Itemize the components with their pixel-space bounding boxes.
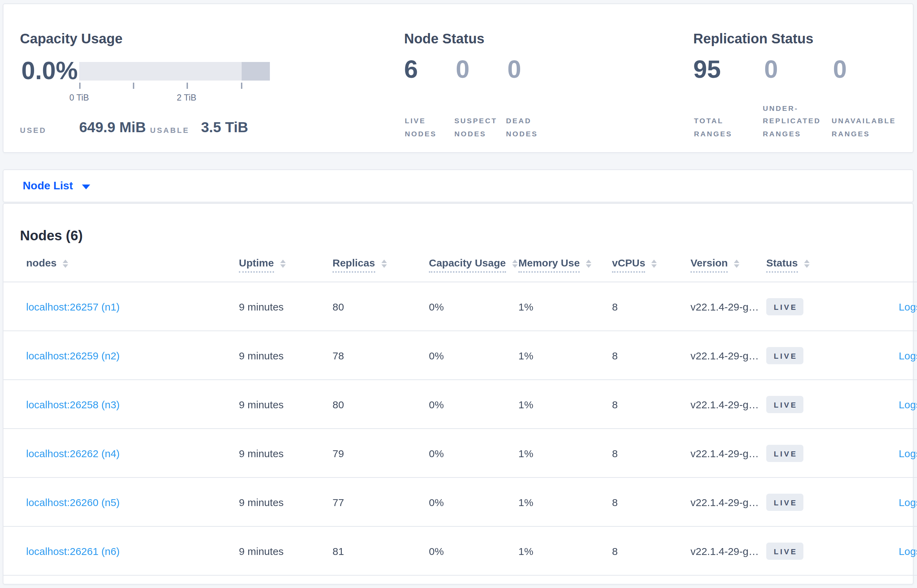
status-badge: LIVE bbox=[766, 298, 804, 315]
node-link[interactable]: localhost:26259 (n2) bbox=[26, 349, 120, 361]
column-header-label: Uptime bbox=[239, 257, 274, 273]
node-link[interactable]: localhost:26257 (n1) bbox=[26, 300, 120, 312]
version-cell: v22.1.4-29-g… bbox=[691, 331, 766, 380]
logs-link[interactable]: Logs bbox=[899, 545, 917, 557]
logs-cell: Logs bbox=[845, 331, 917, 380]
sort-icon[interactable] bbox=[381, 260, 387, 268]
sort-icon[interactable] bbox=[512, 260, 517, 268]
logs-cell: Logs bbox=[845, 478, 917, 527]
logs-cell: Logs bbox=[845, 282, 917, 331]
logs-link[interactable]: Logs bbox=[899, 496, 917, 508]
total-ranges-label: TOTAL RANGES bbox=[694, 114, 747, 140]
table-header-row: nodesUptimeReplicasCapacity UsageMemory … bbox=[3, 248, 917, 282]
logs-link[interactable]: Logs bbox=[899, 447, 917, 459]
nodes-table-title: Nodes (6) bbox=[20, 228, 82, 243]
column-header-label: Status bbox=[766, 257, 798, 273]
logs-cell: Logs bbox=[845, 380, 917, 429]
table-row: localhost:26257 (n1)9 minutes800%1%8v22.… bbox=[3, 282, 917, 331]
logs-cell: Logs bbox=[845, 429, 917, 478]
node-cell: localhost:26258 (n3) bbox=[3, 380, 239, 429]
sort-icon[interactable] bbox=[734, 260, 739, 268]
capacity-usage-bar bbox=[79, 62, 270, 81]
table-row: localhost:26258 (n3)9 minutes800%1%8v22.… bbox=[3, 380, 917, 429]
sort-icon[interactable] bbox=[804, 260, 810, 268]
total-ranges-count: 95 bbox=[693, 57, 721, 82]
column-header-memory-use[interactable]: Memory Use bbox=[518, 248, 612, 282]
version-cell: v22.1.4-29-g… bbox=[691, 429, 766, 478]
status-badge: LIVE bbox=[766, 396, 804, 413]
sort-icon[interactable] bbox=[586, 260, 591, 268]
suspect-nodes-label: SUSPECT NODES bbox=[454, 114, 501, 140]
node-link[interactable]: localhost:26261 (n6) bbox=[26, 545, 120, 557]
column-header-capacity-usage[interactable]: Capacity Usage bbox=[429, 248, 518, 282]
uptime-cell: 9 minutes bbox=[239, 478, 333, 527]
replication-status-title: Replication Status bbox=[693, 31, 814, 47]
replicas-cell: 81 bbox=[333, 527, 429, 575]
capacity-usage-title: Capacity Usage bbox=[20, 31, 123, 47]
node-status-title: Node Status bbox=[404, 31, 484, 47]
column-header-status[interactable]: Status bbox=[766, 248, 845, 282]
version-cell: v22.1.4-29-g… bbox=[691, 527, 766, 575]
table-row: localhost:26259 (n2)9 minutes780%1%8v22.… bbox=[3, 331, 917, 380]
capacity-usage-bar-reserved-segment bbox=[242, 62, 270, 81]
logs-link[interactable]: Logs bbox=[899, 349, 917, 361]
column-header-label: vCPUs bbox=[612, 257, 646, 273]
node-cell: localhost:26260 (n5) bbox=[3, 478, 239, 527]
column-header-uptime[interactable]: Uptime bbox=[239, 248, 333, 282]
capacity-usage-cell: 0% bbox=[429, 527, 518, 575]
nodes-table-panel: Nodes (6) nodesUptimeReplicasCapacity Us… bbox=[3, 203, 914, 585]
capacity-usable-label: USABLE bbox=[150, 126, 189, 134]
node-cell: localhost:26259 (n2) bbox=[3, 331, 239, 380]
logs-link[interactable]: Logs bbox=[899, 398, 917, 410]
unavailable-ranges-label: UNAVAILABLE RANGES bbox=[831, 114, 903, 140]
status-cell: LIVE bbox=[766, 429, 845, 478]
sort-icon[interactable] bbox=[63, 260, 68, 268]
capacity-usage-cell: 0% bbox=[429, 478, 518, 527]
db-console-overview: Capacity Usage /* placeholder removed by… bbox=[0, 0, 917, 588]
uptime-cell: 9 minutes bbox=[239, 380, 333, 429]
memory-use-cell: 1% bbox=[518, 331, 612, 380]
uptime-cell: 9 minutes bbox=[239, 429, 333, 478]
node-link[interactable]: localhost:26258 (n3) bbox=[26, 398, 120, 410]
vcpus-cell: 8 bbox=[612, 380, 691, 429]
version-cell: v22.1.4-29-g… bbox=[691, 380, 766, 429]
column-header-label: nodes bbox=[26, 257, 57, 273]
logs-link[interactable]: Logs bbox=[899, 300, 917, 312]
column-header-label: Capacity Usage bbox=[429, 257, 506, 273]
memory-use-cell: 1% bbox=[518, 478, 612, 527]
version-cell: v22.1.4-29-g… bbox=[691, 478, 766, 527]
nodes-table: nodesUptimeReplicasCapacity UsageMemory … bbox=[3, 248, 917, 576]
vcpus-cell: 8 bbox=[612, 331, 691, 380]
column-header-replicas[interactable]: Replicas bbox=[333, 248, 429, 282]
vcpus-cell: 8 bbox=[612, 478, 691, 527]
vcpus-cell: 8 bbox=[612, 282, 691, 331]
memory-use-cell: 1% bbox=[518, 527, 612, 575]
status-cell: LIVE bbox=[766, 331, 845, 380]
column-header-label: Memory Use bbox=[518, 257, 580, 273]
dead-nodes-label: DEAD NODES bbox=[506, 114, 549, 140]
sort-icon[interactable] bbox=[280, 260, 286, 268]
column-header-vcpus[interactable]: vCPUs bbox=[612, 248, 691, 282]
sort-icon[interactable] bbox=[652, 260, 657, 268]
column-header-version[interactable]: Version bbox=[691, 248, 766, 282]
status-cell: LIVE bbox=[766, 478, 845, 527]
status-badge: LIVE bbox=[766, 542, 804, 559]
capacity-usable-value: 3.5 TiB bbox=[201, 119, 248, 136]
node-list-dropdown[interactable]: Node List bbox=[23, 170, 90, 202]
capacity-axis-label-2: 2 TiB bbox=[166, 93, 207, 103]
column-header-nodes[interactable]: nodes bbox=[3, 248, 239, 282]
node-cell: localhost:26261 (n6) bbox=[3, 527, 239, 575]
node-link[interactable]: localhost:26262 (n4) bbox=[26, 447, 120, 459]
vcpus-cell: 8 bbox=[612, 527, 691, 575]
memory-use-cell: 1% bbox=[518, 380, 612, 429]
chevron-down-icon bbox=[82, 184, 90, 189]
node-link[interactable]: localhost:26260 (n5) bbox=[26, 496, 120, 508]
replicas-cell: 80 bbox=[333, 282, 429, 331]
suspect-nodes-count: 0 bbox=[456, 57, 470, 82]
replicas-cell: 77 bbox=[333, 478, 429, 527]
node-cell: localhost:26262 (n4) bbox=[3, 429, 239, 478]
uptime-cell: 9 minutes bbox=[239, 331, 333, 380]
capacity-axis-ticks bbox=[79, 82, 270, 89]
logs-cell: Logs bbox=[845, 527, 917, 575]
replicas-cell: 80 bbox=[333, 380, 429, 429]
